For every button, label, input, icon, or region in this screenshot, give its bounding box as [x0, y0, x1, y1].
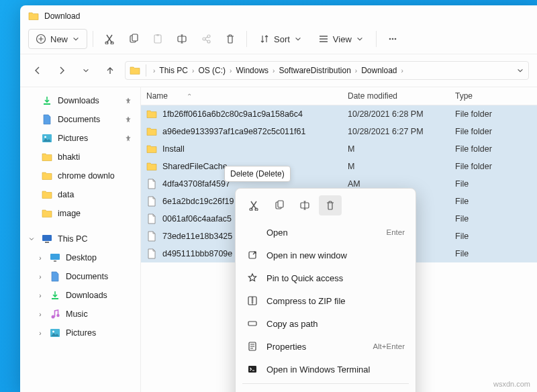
breadcrumb[interactable]: › This PC › OS (C:) › Windows › Software…	[125, 61, 529, 80]
chevron-right-icon[interactable]: ›	[228, 67, 233, 75]
view-button[interactable]: View	[311, 30, 371, 48]
sidebar-item[interactable]: Documents	[20, 110, 140, 129]
sidebar-item[interactable]: › Desktop	[20, 248, 140, 267]
sidebar-item[interactable]: data	[20, 185, 140, 204]
table-row[interactable]: 1fb26ff0616a6b2c80c9a1c9a158a6c4 10/28/2…	[141, 105, 537, 123]
crumb[interactable]: Download	[361, 66, 397, 75]
tree-toggle[interactable]: ›	[36, 273, 44, 281]
table-row[interactable]: Install M File folder	[141, 140, 537, 158]
ctx-label: Open	[266, 228, 288, 238]
cut-button[interactable]	[99, 28, 120, 50]
chevron-down-icon[interactable]	[516, 66, 524, 75]
paste-button[interactable]	[147, 28, 168, 50]
tooltip: Delete (Delete)	[224, 166, 291, 182]
crumb[interactable]: This PC	[159, 66, 188, 75]
sidebar-item[interactable]: chrome downlo	[20, 166, 140, 185]
doc-icon	[50, 271, 60, 282]
ctx-delete-button[interactable]	[319, 195, 342, 215]
col-date[interactable]: Date modified	[348, 91, 455, 101]
chevron-right-icon[interactable]: ›	[271, 67, 276, 75]
titlebar: Download	[20, 5, 537, 24]
tree-toggle[interactable]: ›	[36, 254, 44, 262]
chevron-right-icon[interactable]: ›	[400, 67, 405, 75]
file-date: 10/28/2021 6:28 PM	[348, 109, 455, 119]
ctx-open-terminal[interactable]: Open in Windows Terminal	[240, 358, 411, 381]
properties-icon	[246, 340, 258, 352]
ctx-properties[interactable]: Properties Alt+Enter	[240, 335, 411, 358]
tree-toggle[interactable]: ›	[36, 330, 44, 337]
forward-button[interactable]	[52, 61, 71, 80]
monitor-icon	[42, 234, 52, 244]
blank-icon	[246, 226, 258, 238]
ctx-cut-button[interactable]	[242, 195, 265, 215]
ctx-compress-zip[interactable]: Compress to ZIP file	[240, 289, 411, 312]
sidebar-item-label: data	[58, 190, 74, 199]
ctx-copy-path[interactable]: Copy as path	[240, 312, 411, 335]
folder-icon	[42, 152, 52, 162]
sidebar-item[interactable]: › Pictures	[20, 324, 140, 342]
ctx-pin-quick-access[interactable]: Pin to Quick access	[240, 266, 411, 289]
col-type[interactable]: Type	[455, 91, 537, 101]
file-date: 10/28/2021 6:27 PM	[348, 127, 455, 136]
watermark: wsxdn.com	[493, 380, 530, 388]
table-row[interactable]: SharedFileCache M File folder	[141, 158, 537, 175]
chevron-right-icon[interactable]: ›	[191, 67, 195, 75]
view-icon	[318, 34, 329, 44]
pin-icon	[124, 97, 132, 105]
view-label: View	[333, 34, 352, 44]
copy-button[interactable]	[123, 28, 144, 50]
file-name: SharedFileCache	[162, 162, 228, 171]
tree-toggle[interactable]: ›	[36, 311, 44, 318]
sidebar-item[interactable]: › Music	[20, 305, 140, 324]
ctx-copy-button[interactable]	[268, 195, 291, 215]
folder-icon	[42, 170, 52, 181]
chevron-right-icon[interactable]: ›	[152, 67, 156, 75]
sidebar-item[interactable]: Downloads	[20, 91, 140, 110]
file-type: File	[455, 179, 537, 189]
sidebar: Downloads Documents Pictures bhakti chro…	[20, 87, 141, 392]
column-headers[interactable]: Name⌃ Date modified Type	[141, 87, 537, 105]
file-type: File	[455, 249, 537, 258]
table-row[interactable]: a96ede9133937af1ca9e872c5c011f61 10/28/2…	[141, 123, 537, 140]
recent-dropdown[interactable]	[77, 61, 95, 80]
sidebar-item[interactable]: Pictures	[20, 129, 140, 148]
folder-icon	[42, 208, 52, 219]
ctx-open-new-window[interactable]: Open in new window	[240, 244, 411, 266]
file-icon	[146, 213, 157, 224]
up-button[interactable]	[101, 61, 119, 80]
crumb[interactable]: Windows	[236, 66, 268, 75]
chevron-down-icon	[356, 35, 364, 43]
ctx-open[interactable]: Open Enter	[240, 221, 411, 244]
tree-toggle[interactable]	[28, 236, 36, 242]
sidebar-item[interactable]: › Downloads	[20, 286, 140, 305]
back-button[interactable]	[28, 61, 47, 80]
ctx-label: Open in new window	[266, 250, 347, 260]
sidebar-item[interactable]: › Documents	[20, 267, 140, 286]
ctx-divider	[242, 383, 409, 384]
folder-icon	[146, 144, 157, 154]
sidebar-item-thispc[interactable]: This PC	[20, 230, 140, 248]
star-icon	[246, 272, 258, 284]
sidebar-item-label: Documents	[58, 115, 100, 124]
chevron-right-icon[interactable]: ›	[354, 67, 358, 75]
share-button[interactable]	[195, 28, 217, 50]
ctx-show-more[interactable]: Show more options Shift+F10	[240, 387, 411, 392]
col-name[interactable]: Name	[146, 91, 168, 101]
more-button[interactable]	[382, 28, 403, 50]
delete-button[interactable]	[219, 28, 241, 50]
new-button[interactable]: New	[28, 29, 87, 49]
sort-button[interactable]: Sort	[252, 30, 309, 48]
toolbar-sep	[246, 31, 247, 47]
sidebar-item[interactable]: image	[20, 204, 140, 223]
sidebar-item-label: Downloads	[58, 96, 99, 105]
crumb[interactable]: SoftwareDistribution	[279, 66, 350, 75]
crumb[interactable]: OS (C:)	[198, 66, 226, 75]
sidebar-item-label: Documents	[66, 272, 108, 281]
folder-icon	[146, 161, 157, 172]
music-icon	[50, 309, 60, 320]
sidebar-item[interactable]: bhakti	[20, 148, 140, 166]
rename-button[interactable]	[171, 28, 193, 50]
tree-toggle[interactable]: ›	[36, 292, 44, 299]
sidebar-item-label: Music	[66, 309, 88, 319]
ctx-rename-button[interactable]	[293, 195, 316, 215]
